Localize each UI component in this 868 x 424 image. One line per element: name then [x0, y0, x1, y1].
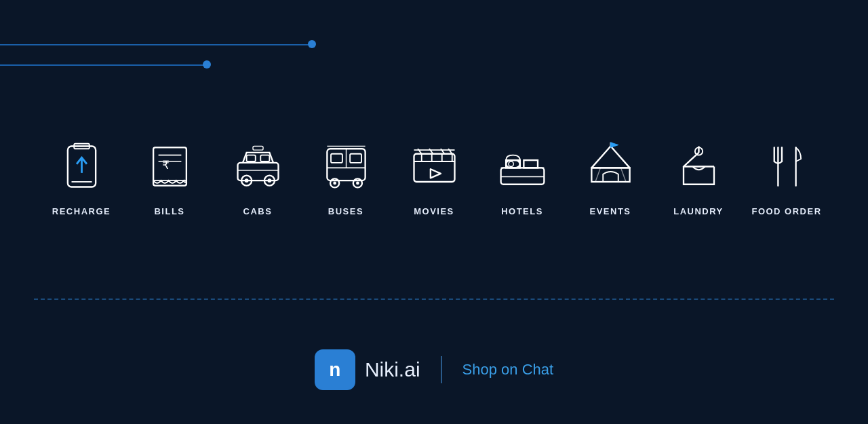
- svg-point-26: [356, 181, 359, 185]
- svg-rect-10: [246, 155, 255, 161]
- shop-on-chat-label[interactable]: Shop on Chat: [462, 361, 554, 379]
- footer: n Niki.ai Shop on Chat: [0, 349, 868, 390]
- hotels-icon: [492, 136, 553, 197]
- line-dot-1: [308, 40, 316, 48]
- line-2: [0, 64, 207, 66]
- svg-rect-9: [237, 162, 278, 180]
- hotels-label: HOTELS: [501, 206, 543, 216]
- movies-icon: [403, 136, 465, 197]
- svg-rect-19: [331, 153, 342, 162]
- food-order-label: FOOD ORDER: [751, 206, 821, 216]
- svg-line-51: [595, 168, 601, 182]
- cabs-icon: [227, 136, 288, 197]
- buses-label: BUSES: [328, 206, 363, 216]
- footer-divider: [441, 356, 442, 383]
- niki-app-icon: n: [315, 349, 355, 390]
- bills-icon: ₹: [139, 136, 200, 197]
- svg-point-45: [508, 161, 513, 167]
- buses-icon: [315, 136, 376, 197]
- service-events[interactable]: EVENTS: [566, 136, 654, 216]
- laundry-label: LAUNDRY: [673, 206, 724, 216]
- niki-logo[interactable]: n Niki.ai: [315, 349, 420, 390]
- svg-marker-34: [430, 169, 440, 178]
- service-cabs[interactable]: CABS: [214, 136, 302, 216]
- svg-marker-50: [610, 142, 618, 147]
- decorative-lines: [0, 0, 868, 75]
- laundry-icon: [668, 136, 729, 197]
- line-dot-2: [203, 60, 211, 69]
- events-icon: [580, 136, 641, 197]
- service-movies[interactable]: MOVIES: [390, 136, 478, 216]
- events-label: EVENTS: [589, 206, 631, 216]
- service-food-order[interactable]: FOOD ORDER: [743, 136, 831, 216]
- section-divider: [34, 298, 834, 300]
- mobile-recharge-icon: [51, 136, 112, 197]
- service-bills[interactable]: ₹ BILLS: [125, 136, 214, 216]
- line-1: [0, 44, 312, 45]
- service-hotels[interactable]: HOTELS: [478, 136, 566, 216]
- service-buses[interactable]: BUSES: [302, 136, 390, 216]
- svg-rect-11: [260, 155, 269, 161]
- svg-text:₹: ₹: [162, 159, 170, 172]
- svg-rect-40: [500, 168, 544, 184]
- movies-label: MOVIES: [414, 206, 454, 216]
- niki-brand-name: Niki.ai: [365, 358, 420, 381]
- cabs-label: CABS: [243, 206, 273, 216]
- services-grid: RECHARGE ₹ BILLS: [0, 136, 868, 216]
- food-order-icon: [756, 136, 817, 197]
- bills-label: BILLS: [154, 206, 184, 216]
- svg-rect-28: [414, 153, 454, 181]
- svg-point-15: [267, 178, 271, 182]
- svg-line-52: [620, 168, 626, 182]
- svg-rect-48: [591, 168, 629, 182]
- service-recharge[interactable]: RECHARGE: [37, 136, 125, 216]
- svg-rect-43: [524, 160, 538, 168]
- svg-rect-20: [350, 153, 361, 162]
- recharge-label: RECHARGE: [52, 206, 111, 216]
- svg-point-24: [333, 181, 336, 185]
- svg-marker-47: [591, 146, 629, 168]
- svg-point-13: [244, 178, 248, 182]
- svg-rect-17: [253, 146, 263, 150]
- service-laundry[interactable]: LAUNDRY: [654, 136, 743, 216]
